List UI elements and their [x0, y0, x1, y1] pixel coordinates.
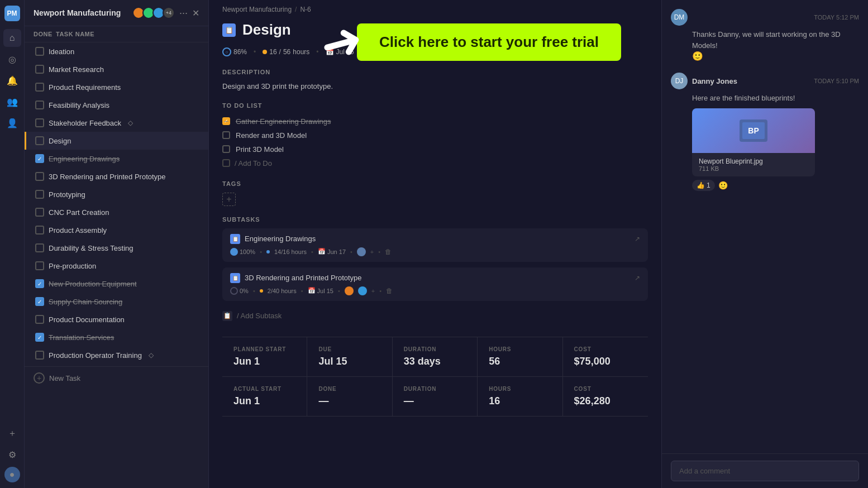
subtask-meta-1: 100% • 14/16 hours • 📅 Jun 17 • + • 🗑: [230, 247, 640, 256]
todo-text-2: Render and 3D Model: [236, 131, 307, 140]
breadcrumb-task-id[interactable]: N-6: [300, 6, 311, 13]
stat-actual-done-label: DONE: [318, 386, 380, 392]
task-name-cnc: CNC Part Creation: [49, 208, 109, 217]
task-checkbox-production-training[interactable]: [35, 351, 44, 360]
bell-icon-btn[interactable]: 🔔: [3, 71, 21, 89]
task-item-market-research[interactable]: Market Research: [25, 60, 208, 78]
user-icon-btn[interactable]: 👤: [3, 114, 21, 132]
task-checkbox-pre-production[interactable]: [35, 261, 44, 270]
progress-circle-icon: ○: [222, 47, 231, 56]
task-checkbox-ideation[interactable]: [35, 47, 44, 56]
stat-due: DUE Jul 15: [307, 337, 392, 376]
subtask-assignee-1: [357, 247, 366, 256]
subtask-add-assignee-1[interactable]: +: [370, 248, 374, 255]
task-checkbox-stakeholder[interactable]: [35, 118, 44, 127]
task-checkbox-new-production[interactable]: [35, 279, 44, 288]
task-item-stakeholder[interactable]: Stakeholder Feedback ◇: [25, 114, 208, 132]
add-todo-btn[interactable]: / Add To Do: [222, 156, 648, 170]
comment-time-2: TODAY 5:10 PM: [814, 78, 859, 84]
stat-actual-start-value: Jun 1: [233, 395, 295, 407]
main-content: ➜ Click here to start your free trial Ne…: [209, 0, 661, 488]
task-checkbox-feasibility[interactable]: [35, 101, 44, 109]
attachment-preview-icon: BP: [737, 117, 770, 145]
description-label: DESCRIPTION: [222, 69, 648, 75]
comment-avatar-2: DJ: [671, 73, 688, 89]
attachment-card[interactable]: BP Newport Blueprint.jpg 711 KB: [692, 108, 815, 176]
task-item-pre-production[interactable]: Pre-production: [25, 257, 208, 275]
task-item-ideation[interactable]: Ideation: [25, 42, 208, 60]
hours-dot-icon: [263, 50, 267, 54]
subtask-progress-1: 100%: [230, 248, 255, 256]
task-checkbox-translation[interactable]: [35, 333, 44, 342]
task-item-feasibility[interactable]: Feasibility Analysis: [25, 96, 208, 114]
task-checkbox-prototyping[interactable]: [35, 190, 44, 199]
plus-icon-btn[interactable]: ＋: [3, 424, 21, 442]
task-checkbox-market-research[interactable]: [35, 65, 44, 74]
breadcrumb-project[interactable]: Newport Manufacturing: [222, 6, 292, 13]
todo-label: TO DO LIST: [222, 102, 648, 109]
todo-checkbox-2[interactable]: [222, 131, 230, 139]
add-tag-btn[interactable]: +: [222, 193, 236, 206]
todo-checkbox-1[interactable]: [222, 117, 230, 125]
home-icon-btn[interactable]: ⌂: [3, 29, 21, 47]
subtask-external-btn-1[interactable]: ↗: [635, 235, 640, 243]
comment-emoji-btn-1[interactable]: 🙂: [692, 51, 859, 61]
task-item-product-assembly[interactable]: Product Assembly: [25, 221, 208, 239]
task-checkbox-cnc[interactable]: [35, 208, 44, 217]
task-item-prototyping[interactable]: Prototyping: [25, 185, 208, 203]
task-item-product-requirements[interactable]: Product Requirements: [25, 78, 208, 96]
subtask-external-btn-2[interactable]: ↗: [635, 274, 640, 282]
task-item-translation[interactable]: Translation Services: [25, 328, 208, 346]
subtask-progress-ring-2: [230, 287, 238, 295]
emoji-add-btn[interactable]: 🙂: [718, 181, 728, 190]
task-item-product-docs[interactable]: Product Documentation: [25, 310, 208, 328]
header-menu-btn[interactable]: ···: [179, 7, 188, 19]
subtask-add-assignee-2[interactable]: +: [371, 288, 375, 294]
header-close-btn[interactable]: ✕: [192, 8, 199, 18]
task-checkbox-3d-rendering[interactable]: [35, 172, 44, 181]
task-item-production-training[interactable]: Production Operator Training ◇: [25, 346, 208, 364]
add-task-row[interactable]: + New Task: [25, 366, 208, 389]
task-item-engineering[interactable]: Engineering Drawings: [25, 150, 208, 168]
todo-checkbox-3[interactable]: [222, 145, 230, 153]
subtask-delete-btn-1[interactable]: 🗑: [385, 248, 392, 256]
stat-duration: DURATION 33 days: [393, 337, 478, 376]
task-item-new-production[interactable]: New Production Equipment: [25, 275, 208, 293]
comment-time-1: TODAY 5:12 PM: [814, 14, 859, 21]
task-item-durability[interactable]: Durability & Stress Testing: [25, 239, 208, 257]
users-icon-btn[interactable]: 👥: [3, 93, 21, 111]
task-checkbox-durability[interactable]: [35, 243, 44, 252]
settings-icon-btn[interactable]: ⚙: [3, 446, 21, 463]
reaction-thumbsup[interactable]: 👍 1: [692, 180, 715, 191]
meta-due: 📅 Jul 15: [326, 48, 354, 56]
subtask-delete-btn-2[interactable]: 🗑: [386, 287, 393, 295]
task-item-3d-rendering[interactable]: 3D Rendering and Printed Prototype: [25, 168, 208, 185]
task-type-icon: 📋: [222, 23, 236, 37]
task-name-prototyping: Prototyping: [49, 190, 85, 199]
search-icon-btn[interactable]: ◎: [3, 50, 21, 68]
stat-actual-start-label: ACTUAL START: [233, 386, 295, 392]
task-checkbox-supply-chain[interactable]: [35, 297, 44, 306]
task-checkbox-design[interactable]: [35, 136, 44, 145]
task-checkbox-product-docs[interactable]: [35, 315, 44, 324]
task-item-supply-chain[interactable]: Supply Chain Sourcing: [25, 293, 208, 310]
add-subtask-btn[interactable]: 📋 / Add Subtask: [222, 307, 648, 326]
comment-input[interactable]: [671, 461, 859, 481]
task-checkbox-product-assembly[interactable]: [35, 226, 44, 235]
stat-due-value: Jul 15: [318, 356, 380, 367]
stats-grid-planned: PLANNED START Jun 1 DUE Jul 15 DURATION …: [222, 337, 648, 377]
task-checkbox-engineering[interactable]: [35, 154, 44, 163]
cta-button[interactable]: Click here to start your free trial: [357, 23, 621, 61]
task-item-cnc[interactable]: CNC Part Creation: [25, 203, 208, 221]
task-detail[interactable]: 📋 Design ○ 86% • 16/56 hours • 📅 Jul 15 …: [209, 19, 661, 488]
task-checkbox-product-requirements[interactable]: [35, 83, 44, 92]
add-task-circle-icon: +: [34, 372, 45, 384]
task-list-body[interactable]: Ideation Market Research Product Require…: [25, 42, 208, 488]
meta-hours-done: 16: [269, 48, 276, 56]
task-name-3d-rendering: 3D Rendering and Printed Prototype: [49, 173, 166, 181]
bottom-user-icon-btn[interactable]: ●: [4, 467, 20, 482]
task-name-stakeholder: Stakeholder Feedback: [49, 119, 121, 127]
subtask-item-2: 📋 3D Rendering and Printed Prototype ↗ 0…: [222, 267, 648, 301]
task-item-design[interactable]: Design: [25, 132, 208, 150]
stat-actual-start: ACTUAL START Jun 1: [222, 377, 307, 416]
